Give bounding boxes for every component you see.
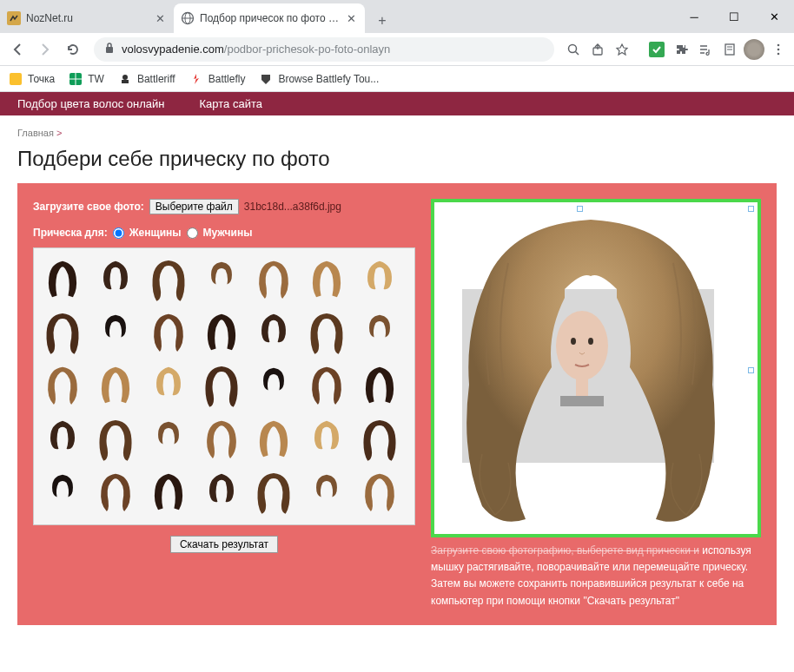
titlebar: NozNet.ru ✕ Подбор причесок по фото онла… <box>0 0 794 33</box>
svg-point-15 <box>777 43 780 46</box>
window-controls: ─ ☐ ✕ <box>674 0 794 33</box>
hair-thumbnail[interactable] <box>200 468 243 517</box>
selection-handle[interactable] <box>748 206 754 212</box>
right-column: Загрузите свою фотографию, выберете вид … <box>431 199 761 609</box>
upload-label: Загрузите свое фото: <box>33 201 144 213</box>
choose-file-button[interactable]: Выберите файл <box>149 199 239 214</box>
menu-icon[interactable] <box>768 39 789 60</box>
bookmark-item[interactable]: Battleriff <box>118 72 175 86</box>
hair-thumbnail[interactable] <box>252 308 295 357</box>
bookmark-icon <box>69 72 83 86</box>
breadcrumb: Главная > <box>17 128 777 138</box>
hair-thumbnail[interactable] <box>147 308 190 357</box>
hair-thumbnail[interactable] <box>147 468 190 517</box>
bookmark-icon <box>259 72 273 86</box>
content: Главная > Подбери себе прическу по фото … <box>0 115 794 625</box>
gender-row: Прическа для: Женщины Мужчины <box>33 227 415 239</box>
hair-thumbnail[interactable] <box>358 468 401 517</box>
breadcrumb-home[interactable]: Главная <box>17 128 54 138</box>
preview-box[interactable] <box>431 199 761 537</box>
selection-handle[interactable] <box>748 367 754 373</box>
hair-grid[interactable] <box>33 247 415 525</box>
hair-thumbnail[interactable] <box>147 361 190 410</box>
forward-button[interactable] <box>33 37 57 62</box>
globe-icon <box>181 11 195 25</box>
hair-thumbnail[interactable] <box>94 308 137 357</box>
svg-point-5 <box>569 44 577 52</box>
hair-thumbnail[interactable] <box>358 255 401 304</box>
url-text: volosvypadenie.com/podbor-prichesok-po-f… <box>122 43 390 56</box>
hair-thumbnail[interactable] <box>41 468 84 517</box>
reload-button[interactable] <box>61 37 85 62</box>
url-field[interactable]: volosvypadenie.com/podbor-prichesok-po-f… <box>94 37 554 62</box>
avatar[interactable] <box>744 39 764 60</box>
extension-check-icon[interactable] <box>646 39 667 60</box>
hair-thumbnail[interactable] <box>94 415 137 464</box>
hair-thumbnail[interactable] <box>200 255 243 304</box>
extensions-icon[interactable] <box>671 39 691 60</box>
download-button[interactable]: Скачать результат <box>170 536 278 553</box>
hair-thumbnail[interactable] <box>305 361 348 410</box>
reading-list-icon[interactable] <box>719 39 740 60</box>
close-button[interactable]: ✕ <box>754 0 794 33</box>
hair-thumbnail[interactable] <box>252 468 295 517</box>
hair-thumbnail[interactable] <box>200 415 243 464</box>
search-in-page-icon[interactable] <box>563 39 584 60</box>
hair-thumbnail[interactable] <box>94 468 137 517</box>
hair-thumbnail[interactable] <box>41 308 84 357</box>
lock-icon <box>104 42 115 56</box>
hair-thumbnail[interactable] <box>305 308 348 357</box>
hair-thumbnail[interactable] <box>147 255 190 304</box>
new-tab-button[interactable]: + <box>370 9 394 33</box>
nav-link[interactable]: Подбор цвета волос онлайн <box>17 97 165 110</box>
bookmark-item[interactable]: Battlefly <box>189 72 246 86</box>
svg-rect-4 <box>106 47 113 53</box>
nav-link[interactable]: Карта сайта <box>200 97 262 110</box>
bookmarks-bar: Точка TW Battleriff Battlefly Browse Bat… <box>0 66 794 92</box>
bookmark-star-icon[interactable] <box>612 39 632 60</box>
radio-women[interactable] <box>113 227 124 239</box>
svg-point-17 <box>777 52 780 55</box>
playlist-icon[interactable] <box>695 39 716 60</box>
svg-line-6 <box>576 51 579 55</box>
share-icon[interactable] <box>587 39 608 60</box>
svg-rect-8 <box>649 42 665 57</box>
hair-thumbnail[interactable] <box>41 255 84 304</box>
hair-thumbnail[interactable] <box>305 468 348 517</box>
hair-thumbnail[interactable] <box>305 255 348 304</box>
radio-men[interactable] <box>187 227 198 239</box>
tab-close-icon[interactable]: ✕ <box>344 11 358 25</box>
upload-row: Загрузите свое фото: Выберите файл 31bc1… <box>33 199 415 214</box>
selection-handle[interactable] <box>577 206 583 212</box>
hair-thumbnail[interactable] <box>200 308 243 357</box>
hair-thumbnail[interactable] <box>358 361 401 410</box>
hair-thumbnail[interactable] <box>252 415 295 464</box>
browser-tab[interactable]: NozNet.ru ✕ <box>0 3 174 33</box>
preview-hair-overlay[interactable] <box>447 211 734 532</box>
tab-close-icon[interactable]: ✕ <box>153 11 167 25</box>
hair-thumbnail[interactable] <box>358 415 401 464</box>
bookmark-item[interactable]: TW <box>69 72 104 86</box>
back-button[interactable] <box>5 37 30 62</box>
bookmark-item[interactable]: Точка <box>9 72 55 86</box>
svg-point-16 <box>777 48 780 50</box>
page-title: Подбери себе прическу по фото <box>17 147 777 171</box>
hair-thumbnail[interactable] <box>200 361 243 410</box>
maximize-button[interactable]: ☐ <box>714 0 754 33</box>
hair-thumbnail[interactable] <box>252 361 295 410</box>
hair-thumbnail[interactable] <box>94 361 137 410</box>
svg-point-22 <box>122 75 128 80</box>
instructions: Загрузите свою фотографию, выберете вид … <box>431 543 761 609</box>
svg-rect-23 <box>122 80 129 83</box>
minimize-button[interactable]: ─ <box>674 0 714 33</box>
hair-thumbnail[interactable] <box>94 255 137 304</box>
browser-tab-active[interactable]: Подбор причесок по фото онла ✕ <box>174 3 365 33</box>
chevron-right-icon: > <box>56 128 62 138</box>
hair-thumbnail[interactable] <box>252 255 295 304</box>
bookmark-item[interactable]: Browse Battlefy Tou... <box>259 72 379 86</box>
hair-thumbnail[interactable] <box>305 415 348 464</box>
hair-thumbnail[interactable] <box>358 308 401 357</box>
hair-thumbnail[interactable] <box>147 415 190 464</box>
hair-thumbnail[interactable] <box>41 415 84 464</box>
hair-thumbnail[interactable] <box>41 361 84 410</box>
